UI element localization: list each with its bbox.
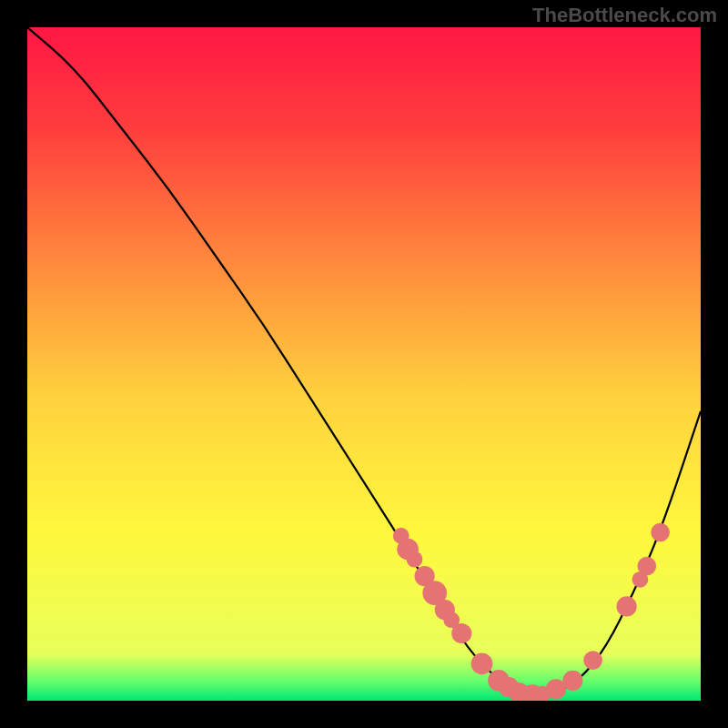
watermark-text: TheBottleneck.com [532, 4, 717, 27]
data-marker [637, 557, 656, 576]
data-marker [451, 623, 471, 643]
chart-container [27, 27, 701, 701]
data-marker [651, 523, 670, 542]
data-marker [583, 651, 602, 670]
data-marker [407, 551, 423, 568]
data-marker [617, 596, 637, 616]
data-marker [562, 671, 582, 691]
chart-background [27, 27, 701, 701]
bottleneck-chart [27, 27, 701, 701]
data-marker [471, 652, 493, 674]
